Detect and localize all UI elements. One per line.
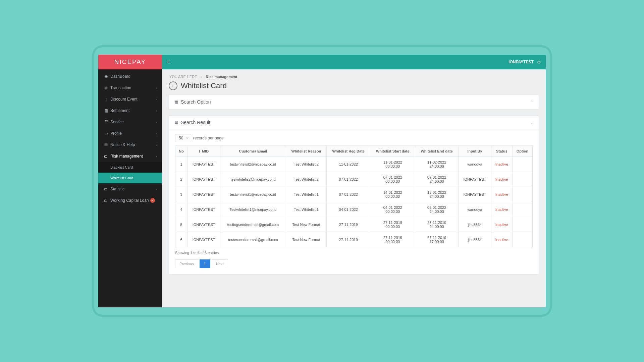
breadcrumb-current: Risk management	[206, 75, 237, 79]
table-cell	[512, 202, 532, 217]
collapse-icon[interactable]: ⌃	[530, 100, 533, 104]
arrow-left-icon: ←	[171, 83, 175, 88]
table-cell: 3	[175, 187, 187, 202]
table-cell: Test Whitelist 2	[286, 172, 326, 187]
col-status[interactable]: Status	[491, 146, 512, 157]
table-cell: 2	[175, 172, 187, 187]
table-cell: Inactive	[491, 157, 512, 172]
menu-toggle-icon[interactable]: ≡	[167, 59, 170, 65]
sidebar: NICEPAY ◉ DashBoard ⇄ Transaction ‹ ⫴ Di…	[98, 55, 162, 307]
nav-discount-event[interactable]: ⫴ Discount Event ‹	[98, 94, 162, 105]
nav-working-capital-loan[interactable]: 🗀 Working Capital Loan N	[98, 195, 162, 206]
comment-icon: ✉	[103, 142, 109, 147]
expand-icon[interactable]: ⌄	[530, 120, 533, 125]
panel-body: 50 records per page No I_MID Customer Em…	[169, 129, 539, 274]
col-end-date[interactable]: Whitelist End date	[415, 146, 459, 157]
breadcrumb-label: YOU ARE HERE	[169, 75, 197, 79]
gear-icon[interactable]: ⚙	[537, 60, 541, 65]
col-email[interactable]: Customer Email	[220, 146, 286, 157]
table-row: 1IONPAYTESTtestwhitelist2@nicepay.co.idT…	[175, 157, 533, 172]
per-page-label: records per page	[193, 136, 224, 140]
nav-label: DashBoard	[110, 74, 130, 79]
table-cell: Inactive	[491, 202, 512, 217]
nav-label: Blacklist Card	[110, 165, 133, 169]
table-controls: 50 records per page	[175, 134, 533, 142]
col-option[interactable]: Option	[512, 146, 532, 157]
pager-prev[interactable]: Previous	[175, 259, 198, 268]
per-page-select[interactable]: 50	[175, 134, 191, 142]
nav-service[interactable]: ☷ Service ‹	[98, 116, 162, 128]
table-cell	[512, 157, 532, 172]
main: ≡ IONPAYTEST ⚙ YOU ARE HERE › Risk manag…	[162, 55, 546, 307]
table-cell: 27-11-2019 24:00:00	[415, 217, 459, 232]
brand-logo[interactable]: NICEPAY	[98, 55, 162, 69]
monitor-icon: ▭	[103, 131, 109, 136]
user-name[interactable]: IONPAYTEST	[508, 60, 534, 64]
col-reason[interactable]: Whitelist Reason	[286, 146, 326, 157]
table-header-row: No I_MID Customer Email Whitelist Reason…	[175, 146, 533, 157]
chevron-left-icon: ‹	[156, 187, 157, 191]
nav-label: Profile	[110, 131, 122, 136]
table-row: 4IONPAYTESTTestwhitelist1@nicepay.co.idT…	[175, 202, 533, 217]
app-screen: NICEPAY ◉ DashBoard ⇄ Transaction ‹ ⫴ Di…	[98, 55, 546, 307]
nav-whitelist-card[interactable]: Whitelist Card	[98, 173, 162, 183]
table-cell: Testwhitelist1@nicepay.co.id	[220, 202, 286, 217]
table-cell: jjho8364	[459, 217, 491, 232]
col-reg-date[interactable]: Whitelist Reg Date	[327, 146, 370, 157]
nav-transaction[interactable]: ⇄ Transaction ‹	[98, 82, 162, 94]
chevron-left-icon: ‹	[156, 132, 157, 135]
chevron-left-icon: ‹	[156, 86, 157, 90]
nav-dashboard[interactable]: ◉ DashBoard	[98, 71, 162, 82]
table-cell: IONPAYTEST	[187, 187, 220, 202]
new-badge: N	[150, 198, 155, 203]
table-cell: 5	[175, 217, 187, 232]
table-row: 2IONPAYTESTtestwhitelis2@nicepay.co.idTe…	[175, 172, 533, 187]
panel-header-search-result[interactable]: ▦ Search Result ⌄	[169, 116, 539, 129]
table-cell: IONPAYTEST	[187, 157, 220, 172]
table-cell: 27-11-2019	[327, 217, 370, 232]
pager-page-1[interactable]: 1	[200, 259, 210, 268]
nav-label: Discount Event	[110, 97, 138, 102]
table-cell: 04-01-2022 00:00:00	[370, 202, 415, 217]
col-start-date[interactable]: Whitelist Start date	[370, 146, 415, 157]
nav: ◉ DashBoard ⇄ Transaction ‹ ⫴ Discount E…	[98, 69, 162, 307]
nav-risk-management[interactable]: 🗀 Risk management ‹	[98, 150, 162, 162]
nav-label: Risk management	[110, 154, 143, 159]
chevron-left-icon: ‹	[156, 98, 157, 101]
table-cell: testingsenderemail@gmail.com	[220, 217, 286, 232]
table-cell	[512, 217, 532, 232]
table-row: 6IONPAYTESTtestersenderemail@gmail.comTe…	[175, 232, 533, 247]
table-cell: 07-01-2022	[327, 187, 370, 202]
table-cell: 27-11-2019 00:00:00	[370, 217, 415, 232]
content: YOU ARE HERE › Risk management ← Whiteli…	[162, 69, 546, 307]
table-cell: 11-01-2022 00:00:00	[370, 157, 415, 172]
col-mid[interactable]: I_MID	[187, 146, 220, 157]
page-title-row: ← Whitelist Card	[169, 81, 539, 90]
folder-icon: 🗀	[103, 187, 109, 191]
nav-label: Whitelist Card	[110, 176, 133, 180]
nav-label: Service	[110, 120, 124, 124]
table-cell: 1	[175, 157, 187, 172]
table-cell: Inactive	[491, 232, 512, 247]
col-input-by[interactable]: Input By	[459, 146, 491, 157]
nav-label: Working Capital Loan	[110, 198, 149, 203]
folder-icon: 🗀	[103, 198, 109, 203]
chevron-left-icon: ‹	[156, 143, 157, 147]
table-cell	[512, 232, 532, 247]
nav-notice-help[interactable]: ✉ Notice & Help ‹	[98, 139, 162, 150]
back-button[interactable]: ←	[169, 81, 177, 90]
panel-header-search-option[interactable]: ▦ Search Option ⌃	[169, 95, 539, 109]
nav-statistic[interactable]: 🗀 Statistic ‹	[98, 183, 162, 195]
nav-blacklist-card[interactable]: Blacklist Card	[98, 162, 162, 173]
col-no[interactable]: No	[175, 146, 187, 157]
table-cell: 09-01-2022 24:00:00	[415, 172, 459, 187]
nav-settlement[interactable]: ▦ Settlement ‹	[98, 105, 162, 116]
pager-next[interactable]: Next	[212, 259, 228, 268]
dashboard-icon: ◉	[103, 74, 109, 79]
table-cell: IONPAYTEST	[187, 232, 220, 247]
table-cell: Inactive	[491, 172, 512, 187]
nav-profile[interactable]: ▭ Profile ‹	[98, 128, 162, 139]
table-cell: 04-01-2022	[327, 202, 370, 217]
table-cell: Test Whitelist 2	[286, 157, 326, 172]
table-cell: 27-11-2019	[327, 232, 370, 247]
